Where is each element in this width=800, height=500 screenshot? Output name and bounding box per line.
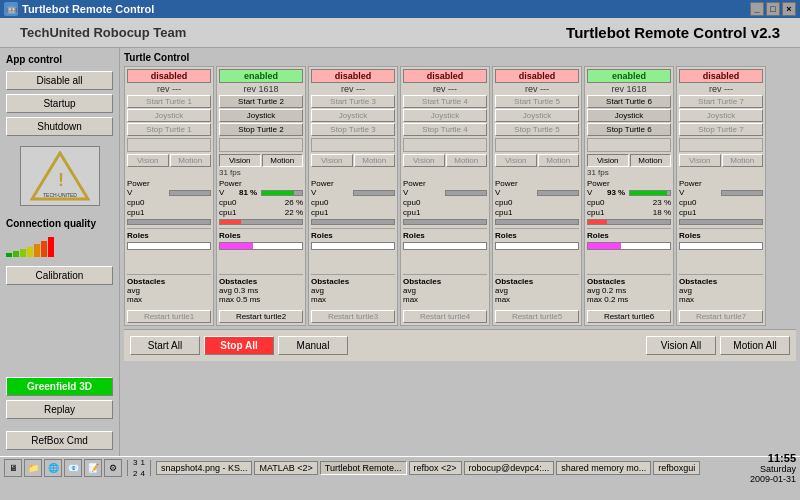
vision-all-button[interactable]: Vision All	[646, 336, 716, 355]
joystick-6-button[interactable]: Joystick	[587, 109, 671, 122]
taskbar-item-1[interactable]: MATLAB <2>	[254, 461, 317, 475]
start-turtle-4-button[interactable]: Start Turtle 4	[403, 95, 487, 108]
restart-turtle-2-button[interactable]: Restart turtle2	[219, 310, 303, 323]
start-turtle-3-button[interactable]: Start Turtle 3	[311, 95, 395, 108]
stop-turtle-1-button[interactable]: Stop Turtle 1	[127, 123, 211, 136]
taskbar-item-0[interactable]: snapshot4.png - KS...	[156, 461, 253, 475]
joystick-1-button[interactable]: Joystick	[127, 109, 211, 122]
taskbar-icon-4[interactable]: 📧	[64, 459, 82, 477]
stop-turtle-6-button[interactable]: Stop Turtle 6	[587, 123, 671, 136]
taskbar-icon-1[interactable]: 🖥	[4, 459, 22, 477]
restart-turtle-1-button[interactable]: Restart turtle1	[127, 310, 211, 323]
slider-4[interactable]	[403, 138, 487, 152]
obstacles-label-4: Obstacles	[403, 277, 487, 286]
cpu0-row-2: cpu0 26 %	[219, 198, 303, 207]
maximize-button[interactable]: □	[766, 2, 780, 16]
taskbar-item-3[interactable]: refbox <2>	[409, 461, 462, 475]
stop-all-button[interactable]: Stop All	[204, 336, 274, 355]
vision-btn-7[interactable]: Vision	[679, 154, 721, 167]
title-bar-icon: 🤖	[4, 2, 18, 16]
power-label-7: Power	[679, 179, 702, 188]
slider-2[interactable]	[219, 138, 303, 152]
joystick-3-button[interactable]: Joystick	[311, 109, 395, 122]
slider-1[interactable]	[127, 138, 211, 152]
divider-3	[311, 228, 395, 229]
replay-button[interactable]: Replay	[6, 400, 113, 419]
power-bar-empty-5	[537, 190, 579, 196]
start-turtle-6-button[interactable]: Start Turtle 6	[587, 95, 671, 108]
roles-label-7: Roles	[679, 231, 763, 240]
vision-btn-6[interactable]: Vision	[587, 154, 629, 167]
disable-all-button[interactable]: Disable all	[6, 71, 113, 90]
taskbar-item-5[interactable]: shared memory mo...	[556, 461, 651, 475]
cpu-bar-fill-2	[220, 220, 241, 224]
svg-text:!: !	[58, 170, 64, 190]
taskbar-icon-2[interactable]: 📁	[24, 459, 42, 477]
manual-button[interactable]: Manual	[278, 336, 348, 355]
taskbar-icon-5[interactable]: 📝	[84, 459, 102, 477]
stop-turtle-5-button[interactable]: Stop Turtle 5	[495, 123, 579, 136]
stop-turtle-2-button[interactable]: Stop Turtle 2	[219, 123, 303, 136]
minimize-button[interactable]: _	[750, 2, 764, 16]
joystick-5-button[interactable]: Joystick	[495, 109, 579, 122]
joystick-7-button[interactable]: Joystick	[679, 109, 763, 122]
greenfield-button[interactable]: Greenfield 3D	[6, 377, 113, 396]
stop-turtle-4-button[interactable]: Stop Turtle 4	[403, 123, 487, 136]
stop-turtle-7-button[interactable]: Stop Turtle 7	[679, 123, 763, 136]
vision-btn-5[interactable]: Vision	[495, 154, 537, 167]
cpu-progress-3	[311, 219, 395, 225]
motion-btn-3[interactable]: Motion	[354, 154, 396, 167]
close-button[interactable]: ×	[782, 2, 796, 16]
motion-btn-4[interactable]: Motion	[446, 154, 488, 167]
status-badge-3: disabled	[311, 69, 395, 83]
power-unit-1: V	[127, 188, 145, 197]
vision-btn-3[interactable]: Vision	[311, 154, 353, 167]
power-bar-2	[261, 190, 303, 196]
motion-all-button[interactable]: Motion All	[720, 336, 790, 355]
slider-5[interactable]	[495, 138, 579, 152]
taskbar-item-6[interactable]: refboxgui	[653, 461, 700, 475]
fps-label-4	[403, 168, 487, 178]
taskbar: 🖥 📁 🌐 📧 📝 ⚙ 32 14 snapshot4.png - KS...M…	[0, 456, 800, 478]
stop-turtle-3-button[interactable]: Stop Turtle 3	[311, 123, 395, 136]
app-title: Turtlebot Remote Control v2.3	[566, 24, 780, 41]
startup-button[interactable]: Startup	[6, 94, 113, 113]
restart-turtle-7-button[interactable]: Restart turtle7	[679, 310, 763, 323]
power-unit-4: V	[403, 188, 421, 197]
motion-btn-2[interactable]: Motion	[262, 154, 304, 167]
vision-btn-4[interactable]: Vision	[403, 154, 445, 167]
calibration-button[interactable]: Calibration	[6, 266, 113, 285]
motion-btn-6[interactable]: Motion	[630, 154, 672, 167]
taskbar-row-nums: 32	[133, 457, 137, 479]
slider-3[interactable]	[311, 138, 395, 152]
taskbar-icon-6[interactable]: ⚙	[104, 459, 122, 477]
taskbar-item-2[interactable]: Turtlebot Remote...	[320, 461, 407, 475]
start-turtle-1-button[interactable]: Start Turtle 1	[127, 95, 211, 108]
restart-turtle-3-button[interactable]: Restart turtle3	[311, 310, 395, 323]
joystick-2-button[interactable]: Joystick	[219, 109, 303, 122]
start-turtle-7-button[interactable]: Start Turtle 7	[679, 95, 763, 108]
power-bar-empty-3	[353, 190, 395, 196]
motion-btn-7[interactable]: Motion	[722, 154, 764, 167]
restart-turtle-4-button[interactable]: Restart turtle4	[403, 310, 487, 323]
shutdown-button[interactable]: Shutdown	[6, 117, 113, 136]
power-bar-empty-7	[721, 190, 763, 196]
turtle-control-label: Turtle Control	[124, 52, 796, 63]
vision-btn-2[interactable]: Vision	[219, 154, 261, 167]
divider2-4	[403, 274, 487, 275]
taskbar-icon-3[interactable]: 🌐	[44, 459, 62, 477]
start-all-button[interactable]: Start All	[130, 336, 200, 355]
connection-quality-bars	[6, 237, 113, 257]
start-turtle-5-button[interactable]: Start Turtle 5	[495, 95, 579, 108]
motion-btn-5[interactable]: Motion	[538, 154, 580, 167]
restart-turtle-6-button[interactable]: Restart turtle6	[587, 310, 671, 323]
slider-7[interactable]	[679, 138, 763, 152]
restart-turtle-5-button[interactable]: Restart turtle5	[495, 310, 579, 323]
refbox-cmd-button[interactable]: RefBox Cmd	[6, 431, 113, 450]
slider-6[interactable]	[587, 138, 671, 152]
start-turtle-2-button[interactable]: Start Turtle 2	[219, 95, 303, 108]
taskbar-item-4[interactable]: robocup@devpc4:...	[464, 461, 555, 475]
vision-btn-1[interactable]: Vision	[127, 154, 169, 167]
motion-btn-1[interactable]: Motion	[170, 154, 212, 167]
joystick-4-button[interactable]: Joystick	[403, 109, 487, 122]
